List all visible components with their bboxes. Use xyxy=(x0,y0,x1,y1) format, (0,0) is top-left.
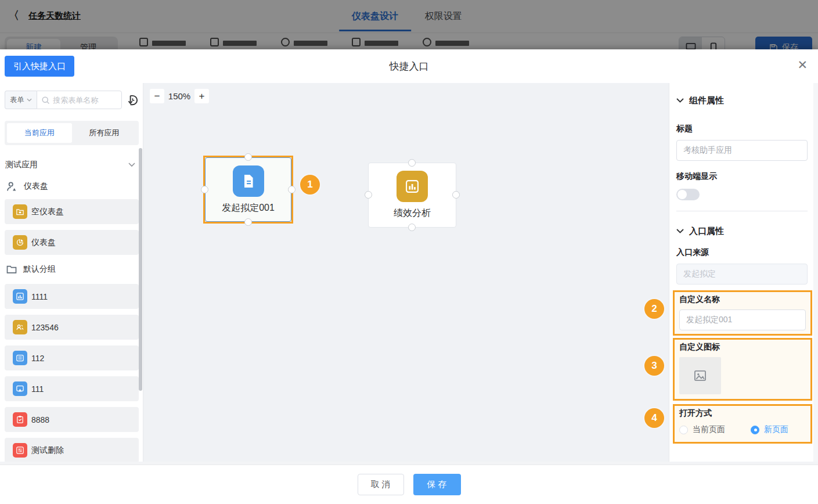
annotation-rect-2: 自定义名称 xyxy=(673,290,812,336)
mobile-display-toggle[interactable] xyxy=(676,189,700,200)
list-item-label: 8888 xyxy=(31,415,49,424)
close-icon[interactable]: ✕ xyxy=(797,59,808,71)
type-select[interactable]: 表单 xyxy=(5,91,37,109)
section-component-properties[interactable]: 组件属性 xyxy=(676,95,808,106)
list-item[interactable]: 默认分组 xyxy=(5,261,139,278)
node-handle[interactable] xyxy=(365,191,372,199)
node-label: 绩效分析 xyxy=(394,207,431,219)
annotation-badge-4: 4 xyxy=(644,408,664,428)
tab-all-apps[interactable]: 所有应用 xyxy=(72,123,137,143)
modal-title: 快捷入口 xyxy=(0,60,818,73)
node-label: 发起拟定001 xyxy=(222,202,275,214)
tab-current-app[interactable]: 当前应用 xyxy=(7,123,72,143)
annotation-rect-3: 自定义图标 xyxy=(673,338,812,401)
chevron-down-icon xyxy=(676,229,684,233)
node-handle[interactable] xyxy=(408,159,416,167)
list-item-label: 111 xyxy=(31,384,44,394)
node-handle[interactable] xyxy=(288,186,296,193)
list-item-label: 仪表盘 xyxy=(24,181,48,192)
annotation-rect-4: 打开方式 当前页面 新页面 xyxy=(673,404,812,444)
open-mode-label: 打开方式 xyxy=(679,408,806,419)
sliders-icon xyxy=(16,446,24,455)
annotation-badge-1: 1 xyxy=(300,175,320,195)
entry-source-input xyxy=(676,264,808,285)
document-icon xyxy=(240,173,257,189)
canvas-node[interactable]: 绩效分析 xyxy=(368,163,456,228)
annotation-rect-1: 发起拟定001 xyxy=(203,156,293,224)
list-item-label: 默认分组 xyxy=(23,264,56,275)
modal-footer: 取 消 保 存 xyxy=(0,465,818,504)
radio-icon xyxy=(679,426,688,434)
modal-dim-overlay xyxy=(0,0,818,49)
sidebar-scrollbar[interactable] xyxy=(139,148,142,391)
folder-icon xyxy=(6,264,17,275)
mobile-display-label: 移动端显示 xyxy=(676,171,808,182)
list-item[interactable]: 8888 xyxy=(5,407,139,432)
list-item[interactable]: 111 xyxy=(5,376,139,401)
section-entry-properties[interactable]: 入口属性 xyxy=(676,225,808,237)
search-icon xyxy=(41,96,50,105)
app-group-label: 测试应用 xyxy=(5,160,38,170)
zoom-out-button[interactable]: − xyxy=(150,89,164,103)
picture-icon xyxy=(694,370,707,381)
annotation-badge-2: 2 xyxy=(644,299,664,319)
design-canvas[interactable]: − 150% + 发起拟定001 绩效分析 xyxy=(143,83,669,462)
app-top-bar: 〈 任务天数统计 仪表盘设计 权限设置 新建 管理 xyxy=(0,0,818,49)
form-sidebar: 表单 当前应用 所有应用 测试应用 xyxy=(0,83,143,462)
list-item-label: 仪表盘 xyxy=(31,237,56,248)
radio-label: 新页面 xyxy=(764,424,788,435)
member-icon xyxy=(6,181,18,193)
custom-name-input[interactable] xyxy=(679,309,806,330)
canvas-node-selected[interactable]: 发起拟定001 xyxy=(205,157,291,222)
open-mode-options: 当前页面 新页面 xyxy=(679,424,806,435)
chevron-down-icon xyxy=(128,163,135,167)
entry-source-label: 入口来源 xyxy=(676,247,808,258)
zoom-in-button[interactable]: + xyxy=(194,89,209,103)
node-handle[interactable] xyxy=(244,153,252,161)
bar-chart-icon xyxy=(404,178,420,195)
section-label: 组件属性 xyxy=(689,95,724,106)
title-input[interactable] xyxy=(676,140,808,161)
divider xyxy=(676,211,808,211)
node-handle[interactable] xyxy=(201,186,208,193)
people-icon xyxy=(16,323,24,332)
bar-chart-icon xyxy=(16,292,24,301)
panel-scrollbar-track[interactable] xyxy=(813,83,818,462)
app-group-row[interactable]: 测试应用 xyxy=(5,157,139,173)
list-item[interactable]: 123546 xyxy=(5,315,139,340)
section-label: 入口属性 xyxy=(689,226,724,237)
icon-upload-area[interactable] xyxy=(679,357,721,394)
node-handle[interactable] xyxy=(244,218,252,226)
app-scope-tabs: 当前应用 所有应用 xyxy=(5,121,139,145)
list-item[interactable]: 1111 xyxy=(5,284,139,309)
clipboard-check-icon xyxy=(16,415,24,424)
title-field-label: 标题 xyxy=(676,124,808,134)
custom-icon-label: 自定义图标 xyxy=(679,342,806,352)
save-button[interactable]: 保 存 xyxy=(413,474,461,495)
type-select-value: 表单 xyxy=(10,95,24,105)
list-item-label: 测试删除 xyxy=(31,445,64,456)
radio-current-page[interactable]: 当前页面 xyxy=(679,424,725,435)
radio-icon xyxy=(751,426,759,434)
chevron-down-icon xyxy=(27,98,32,102)
list-item-label: 112 xyxy=(31,354,44,363)
display-icon xyxy=(16,384,24,393)
list-item-label: 1111 xyxy=(31,292,48,301)
cancel-button[interactable]: 取 消 xyxy=(358,474,404,495)
list-item[interactable]: 112 xyxy=(5,345,139,370)
list-item-label: 123546 xyxy=(31,323,59,332)
chevron-down-icon xyxy=(676,98,684,103)
modal-body: 表单 当前应用 所有应用 测试应用 xyxy=(0,83,818,462)
node-handle[interactable] xyxy=(408,224,416,231)
radio-label: 当前页面 xyxy=(693,424,725,435)
radio-new-page[interactable]: 新页面 xyxy=(751,424,788,435)
node-handle[interactable] xyxy=(452,191,460,199)
search-box xyxy=(37,91,122,109)
list-item[interactable]: 仪表盘 xyxy=(5,230,139,255)
list-item[interactable]: 空仪表盘 xyxy=(5,199,139,224)
recent-used-icon[interactable] xyxy=(125,93,139,107)
list-item[interactable]: 仪表盘 xyxy=(5,178,139,195)
list-item[interactable]: 测试删除 xyxy=(5,438,139,462)
zoom-level: 150% xyxy=(164,91,194,101)
modal-header: 引入快捷入口 快捷入口 ✕ xyxy=(0,49,818,83)
